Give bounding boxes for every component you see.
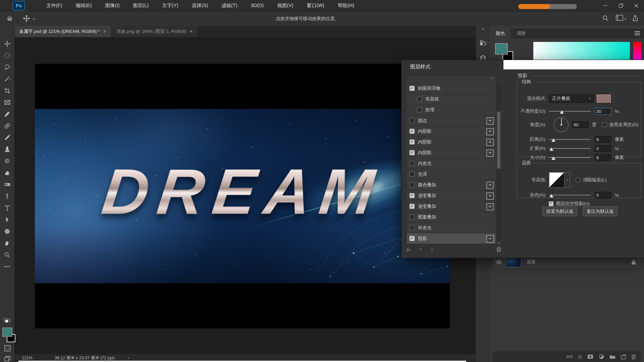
tab-close-icon[interactable]: ✕	[190, 29, 193, 34]
tab-document-1[interactable]: 金属字.psd @ 121% (DREAM, RGB/8) * ✕	[14, 26, 111, 37]
style-item-color-overlay[interactable]: 颜色叠加+	[407, 180, 496, 190]
frame-tool[interactable]	[0, 97, 14, 108]
scrollbar-thumb[interactable]	[497, 112, 500, 169]
checkbox-unchecked[interactable]	[410, 172, 415, 177]
history-brush-tool[interactable]	[0, 155, 14, 167]
screen-mode-icon[interactable]	[0, 356, 14, 362]
menu-filter[interactable]: 滤镜(T)	[215, 0, 244, 11]
noise-slider[interactable]	[549, 195, 591, 195]
add-mask-icon[interactable]	[587, 354, 593, 359]
clone-stamp-tool[interactable]	[0, 143, 14, 155]
style-item-inner-shadow-2[interactable]: 内阴影+	[407, 137, 496, 147]
lasso-tool[interactable]	[0, 61, 14, 73]
add-effect-icon[interactable]: +	[486, 235, 494, 243]
status-chevron-icon[interactable]: ›	[128, 356, 129, 360]
eraser-tool[interactable]	[0, 167, 14, 179]
opacity-slider[interactable]	[549, 111, 591, 112]
delete-layer-icon[interactable]	[631, 354, 636, 359]
noise-input[interactable]	[595, 192, 611, 198]
shape-tool[interactable]	[0, 226, 14, 237]
style-item-inner-shadow-3[interactable]: 内阴影+	[407, 147, 496, 158]
shadow-color-swatch[interactable]	[596, 94, 611, 103]
close-button[interactable]	[629, 0, 644, 11]
add-effect-icon[interactable]: +	[486, 149, 494, 157]
style-item-bevel-emboss[interactable]: 斜面和浮雕	[407, 83, 496, 94]
angle-input[interactable]	[572, 121, 589, 128]
add-effect-icon[interactable]: +	[486, 192, 494, 200]
search-icon[interactable]	[602, 15, 609, 21]
style-item-stroke[interactable]: 描边+	[407, 115, 496, 126]
checkbox-checked[interactable]	[410, 86, 415, 91]
hue-strip[interactable]	[633, 42, 641, 62]
slider-thumb[interactable]	[551, 138, 555, 142]
style-item-satin[interactable]: 光泽	[407, 169, 496, 180]
tab-adjustments[interactable]: 调整	[511, 28, 532, 39]
layer-name[interactable]: 背景	[527, 259, 536, 265]
marquee-tool[interactable]	[0, 50, 14, 61]
panel-menu-icon[interactable]	[635, 31, 640, 32]
menu-window[interactable]: 窗口(W)	[300, 0, 331, 11]
menu-type[interactable]: 文字(Y)	[155, 0, 185, 11]
history-panel-icon[interactable]	[476, 37, 490, 51]
slider-thumb[interactable]	[551, 157, 555, 160]
move-tool[interactable]	[0, 38, 14, 50]
size-slider[interactable]	[549, 157, 591, 158]
add-effect-icon[interactable]: +	[486, 128, 494, 135]
layer-visibility-eye-icon[interactable]	[493, 260, 504, 264]
checkbox-unchecked[interactable]	[410, 161, 415, 166]
share-icon[interactable]	[632, 15, 639, 21]
workspace-icon[interactable]	[616, 15, 623, 21]
add-style-fx-icon[interactable]: fx	[407, 247, 411, 252]
set-default-button[interactable]: 设置为默认值	[542, 206, 577, 216]
chevron-down-icon[interactable]: ˅	[496, 241, 501, 246]
menu-edit[interactable]: 编辑(E)	[69, 0, 99, 11]
slider-thumb[interactable]	[560, 110, 564, 114]
checkbox-unchecked[interactable]	[417, 97, 422, 102]
distance-slider[interactable]	[549, 139, 591, 140]
style-item-gradient-overlay-1[interactable]: 渐变叠加+	[407, 190, 496, 201]
checkbox-unchecked[interactable]	[410, 182, 415, 187]
move-tool-option-icon[interactable]	[23, 15, 30, 22]
panel-foreground-swatch[interactable]	[495, 43, 508, 55]
zoom-tool[interactable]	[0, 249, 14, 261]
menu-3d[interactable]: 3D(D)	[244, 0, 270, 11]
style-item-contour[interactable]: 等高线	[407, 94, 496, 105]
restore-button[interactable]	[613, 0, 629, 11]
global-light-checkbox[interactable]	[602, 122, 607, 127]
blend-mode-dropdown[interactable]: 正片叠底 ˅	[549, 94, 594, 103]
contour-dropdown-icon[interactable]: ˅	[565, 172, 570, 188]
style-item-gradient-overlay-2[interactable]: 渐变叠加+	[407, 201, 496, 212]
adjustment-layer-icon[interactable]	[599, 354, 604, 359]
type-tool[interactable]	[0, 202, 14, 214]
angle-dial[interactable]	[554, 117, 569, 132]
menu-view[interactable]: 视图(V)	[270, 0, 300, 11]
spread-slider[interactable]	[549, 148, 591, 149]
style-item-drop-shadow[interactable]: 投影+	[407, 233, 496, 244]
chevron-down-icon[interactable]: ▾	[33, 17, 35, 21]
healing-brush-tool[interactable]	[0, 120, 14, 132]
quick-mask-icon[interactable]	[0, 345, 14, 352]
edit-toolbar-icon[interactable]: •••	[0, 261, 14, 273]
checkbox-checked[interactable]	[410, 129, 415, 134]
list-scroll-up[interactable]: ^	[407, 76, 496, 83]
style-list-scrollbar[interactable]	[496, 83, 501, 239]
color-ramp[interactable]	[533, 42, 630, 62]
new-layer-icon[interactable]	[621, 354, 626, 359]
checkbox-unchecked[interactable]	[410, 215, 415, 220]
menu-image[interactable]: 图像(I)	[99, 0, 126, 11]
menu-file[interactable]: 文件(F)	[40, 0, 69, 11]
move-effect-up-icon[interactable]: ↑	[419, 246, 422, 252]
home-icon[interactable]	[6, 15, 13, 22]
delete-effect-icon[interactable]	[496, 247, 501, 252]
move-effect-down-icon[interactable]: ↓	[431, 246, 433, 252]
checkbox-checked[interactable]	[410, 139, 415, 144]
checkbox-unchecked[interactable]	[410, 225, 415, 230]
add-effect-icon[interactable]: +	[486, 139, 494, 146]
style-item-pattern-overlay[interactable]: 图案叠加	[407, 212, 496, 223]
checkbox-checked[interactable]	[410, 204, 415, 209]
new-group-icon[interactable]	[609, 354, 615, 359]
path-select-tool[interactable]	[0, 214, 14, 226]
brush-tool[interactable]	[0, 132, 14, 143]
checkbox-unchecked[interactable]	[417, 107, 422, 112]
checkbox-checked[interactable]	[410, 150, 415, 155]
